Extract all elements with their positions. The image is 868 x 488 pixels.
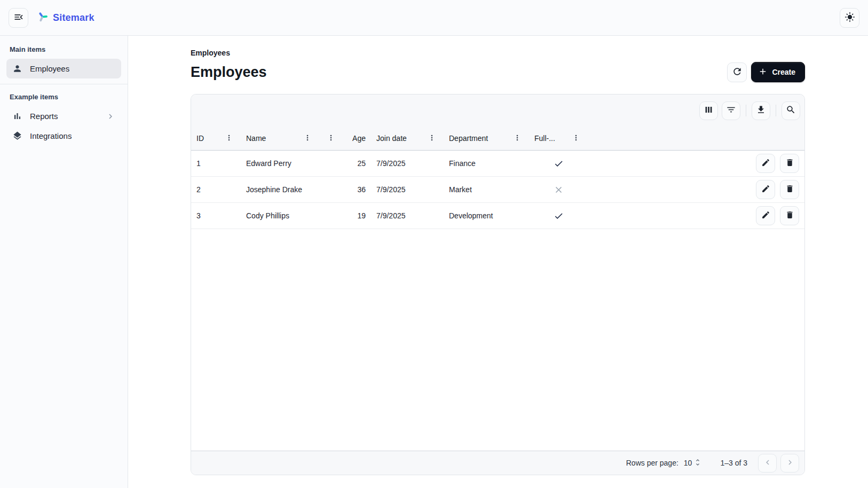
rows-per-page-label: Rows per page: bbox=[626, 459, 678, 467]
theme-toggle-button[interactable] bbox=[840, 8, 859, 28]
column-menu-button[interactable] bbox=[511, 132, 524, 145]
column-menu-button[interactable] bbox=[425, 132, 438, 145]
columns-icon bbox=[704, 105, 714, 116]
chevron-right-icon bbox=[106, 112, 115, 121]
filter-button[interactable] bbox=[722, 101, 740, 120]
sidebar-collapse-button[interactable] bbox=[9, 8, 28, 28]
refresh-button[interactable] bbox=[727, 62, 747, 82]
cell-full-time bbox=[529, 211, 588, 221]
edit-row-button[interactable] bbox=[756, 180, 775, 199]
cell-name: Edward Perry bbox=[241, 159, 319, 168]
sidebar-section-main-items: Main items bbox=[6, 43, 121, 59]
kebab-icon bbox=[327, 133, 335, 144]
sun-icon bbox=[845, 12, 855, 24]
kebab-icon bbox=[428, 133, 436, 144]
sidebar-item-employees[interactable]: Employees bbox=[6, 59, 121, 78]
table-row[interactable]: 3 Cody Phillips 19 7/9/2025 Development bbox=[191, 203, 804, 229]
page-title: Employees bbox=[191, 64, 267, 81]
kebab-icon bbox=[572, 133, 580, 144]
plus-icon bbox=[758, 67, 768, 78]
download-icon bbox=[756, 105, 766, 116]
unfold-more-icon bbox=[693, 458, 702, 468]
grid-footer: Rows per page: 10 1–3 of 3 bbox=[191, 451, 804, 475]
sidebar-section-example-items: Example items bbox=[6, 91, 121, 106]
sidebar-item-integrations[interactable]: Integrations bbox=[6, 126, 121, 146]
create-button[interactable]: Create bbox=[751, 62, 805, 82]
rows-per-page-select[interactable]: 10 bbox=[684, 458, 703, 468]
cell-name: Cody Phillips bbox=[241, 211, 319, 220]
column-header-label: Age bbox=[352, 134, 366, 143]
cell-join-date: 7/9/2025 bbox=[371, 159, 444, 168]
column-header-department[interactable]: Department bbox=[444, 127, 529, 150]
sidebar-divider bbox=[0, 84, 128, 84]
search-button[interactable] bbox=[782, 101, 800, 120]
grid-rows: 1 Edward Perry 25 7/9/2025 Finance 2 Jos… bbox=[191, 151, 804, 229]
page-header: Employees Create bbox=[191, 62, 805, 82]
column-header-age[interactable]: Age bbox=[319, 127, 371, 150]
column-header-name[interactable]: Name bbox=[241, 127, 319, 150]
previous-page-button[interactable] bbox=[758, 454, 777, 473]
cell-age: 36 bbox=[319, 185, 371, 194]
grid-toolbar bbox=[191, 95, 804, 127]
grid-header: ID Name Age Join date Department Full-..… bbox=[191, 127, 804, 151]
cell-department: Market bbox=[444, 185, 529, 194]
sidebar-item-label: Employees bbox=[30, 64, 69, 73]
sidebar-item-reports[interactable]: Reports bbox=[6, 106, 121, 126]
brand[interactable]: Sitemark bbox=[37, 11, 94, 25]
close-icon bbox=[554, 185, 564, 195]
rows-per-page-value: 10 bbox=[684, 459, 692, 467]
column-header-full-time[interactable]: Full-... bbox=[529, 127, 588, 150]
sidebar-item-label: Reports bbox=[30, 112, 58, 121]
column-menu-button[interactable] bbox=[570, 132, 582, 145]
refresh-icon bbox=[732, 66, 743, 78]
edit-row-button[interactable] bbox=[756, 206, 775, 225]
breadcrumb: Employees bbox=[191, 49, 805, 57]
page-actions: Create bbox=[727, 62, 805, 82]
trash-icon bbox=[785, 210, 794, 221]
next-page-button[interactable] bbox=[780, 454, 799, 473]
delete-row-button[interactable] bbox=[780, 154, 799, 173]
columns-button[interactable] bbox=[699, 101, 718, 120]
kebab-icon bbox=[225, 133, 233, 144]
sitemark-logo-icon bbox=[37, 11, 48, 25]
cell-id: 1 bbox=[191, 159, 241, 168]
toolbar-divider bbox=[776, 105, 776, 116]
cell-join-date: 7/9/2025 bbox=[371, 211, 444, 220]
check-icon bbox=[554, 211, 564, 221]
grid-empty-area bbox=[191, 229, 804, 451]
column-menu-button[interactable] bbox=[301, 132, 314, 145]
column-header-spacer bbox=[588, 127, 751, 150]
cell-actions bbox=[751, 206, 804, 225]
delete-row-button[interactable] bbox=[780, 206, 799, 225]
cell-full-time bbox=[529, 185, 588, 195]
delete-row-button[interactable] bbox=[780, 180, 799, 199]
column-header-id[interactable]: ID bbox=[191, 127, 241, 150]
trash-icon bbox=[785, 184, 794, 195]
table-row[interactable]: 2 Josephine Drake 36 7/9/2025 Market bbox=[191, 177, 804, 203]
person-icon bbox=[12, 64, 22, 74]
pencil-icon bbox=[761, 210, 770, 221]
column-header-label: Full-... bbox=[534, 134, 555, 143]
kebab-icon bbox=[303, 133, 312, 144]
employees-data-grid: ID Name Age Join date Department Full-..… bbox=[191, 94, 805, 475]
cell-name: Josephine Drake bbox=[241, 185, 319, 194]
chevron-right-icon bbox=[785, 458, 795, 469]
export-button[interactable] bbox=[752, 101, 770, 120]
check-icon bbox=[554, 159, 564, 169]
edit-row-button[interactable] bbox=[756, 154, 775, 173]
column-header-join-date[interactable]: Join date bbox=[371, 127, 444, 150]
column-menu-button[interactable] bbox=[325, 132, 337, 145]
column-menu-button[interactable] bbox=[223, 132, 235, 145]
cell-actions bbox=[751, 180, 804, 199]
chevron-left-icon bbox=[763, 458, 772, 469]
column-header-label: Join date bbox=[376, 134, 407, 143]
cell-id: 2 bbox=[191, 185, 241, 194]
cell-join-date: 7/9/2025 bbox=[371, 185, 444, 194]
table-row[interactable]: 1 Edward Perry 25 7/9/2025 Finance bbox=[191, 151, 804, 177]
sidebar: Main items Employees Example items Repor… bbox=[0, 36, 128, 488]
cell-id: 3 bbox=[191, 211, 241, 220]
trash-icon bbox=[785, 158, 794, 169]
cell-age: 19 bbox=[319, 211, 371, 220]
sidebar-item-label: Integrations bbox=[30, 131, 72, 140]
layers-icon bbox=[12, 131, 22, 141]
